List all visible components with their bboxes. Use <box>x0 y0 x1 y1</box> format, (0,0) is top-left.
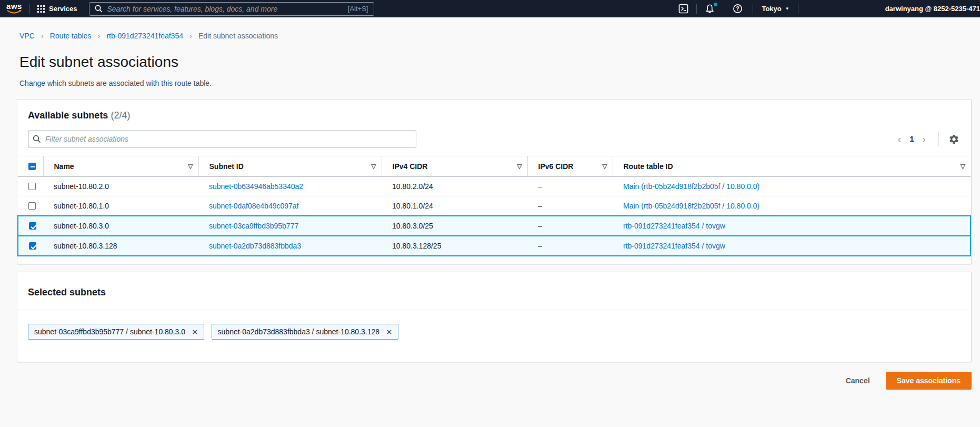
subnet-id-link[interactable]: subnet-0a2db73d883fbbda3 <box>209 242 301 250</box>
row-checkbox[interactable] <box>29 222 36 230</box>
main-content: Edit subnet associations Change which su… <box>0 54 980 400</box>
cloudshell-button[interactable] <box>674 4 693 14</box>
select-all-checkbox[interactable] <box>28 163 36 170</box>
available-subnets-count: (2/4) <box>111 110 130 121</box>
table-row: subnet-10.80.2.0 subnet-0b634946ab53340a… <box>18 177 971 196</box>
available-subnets-title-text: Available subnets <box>28 110 108 121</box>
available-subnets-panel: Available subnets (2/4) ‹ 1 › <box>17 99 972 264</box>
cell-name: subnet-10.80.2.0 <box>43 177 198 196</box>
cell-ipv6-cidr: – <box>527 196 613 216</box>
search-shortcut: [Alt+S] <box>348 5 368 13</box>
cell-ipv4-cidr: 10.80.3.128/25 <box>382 236 527 256</box>
subnet-token: subnet-03ca9ffbd3b95b777 / subnet-10.80.… <box>28 324 204 340</box>
column-filter-icon[interactable]: ▽ <box>956 163 965 170</box>
search-icon <box>95 5 103 13</box>
row-checkbox[interactable] <box>28 183 36 190</box>
cell-ipv6-cidr: – <box>527 216 613 236</box>
page-title: Edit subnet associations <box>19 54 972 71</box>
table-row-selected: subnet-10.80.3.128 subnet-0a2db73d883fbb… <box>18 236 971 256</box>
row-checkbox[interactable] <box>28 202 36 210</box>
subnets-table: Name ▽ Subnet ID ▽ IPv4 CIDR ▽ IPv6 CIDR… <box>17 156 971 256</box>
global-search[interactable]: [Alt+S] <box>89 2 374 16</box>
column-header-route-table-id: Route table ID <box>624 162 673 171</box>
cell-ipv6-cidr: – <box>527 236 613 256</box>
aws-logo[interactable]: aws <box>6 3 22 14</box>
route-table-link[interactable]: Main (rtb-05b24d918f2b2b05f / 10.80.0.0) <box>623 182 759 191</box>
pagination: ‹ 1 › <box>893 132 961 146</box>
help-icon: ? <box>733 4 743 14</box>
cloudshell-terminal-icon <box>678 4 688 14</box>
breadcrumb-link-vpc[interactable]: VPC <box>19 32 35 40</box>
subnet-id-link[interactable]: subnet-0daf08e4b49c097af <box>209 202 298 210</box>
available-subnets-title: Available subnets (2/4) <box>28 110 961 121</box>
remove-token-button[interactable]: ✕ <box>192 328 198 336</box>
cell-name: subnet-10.80.1.0 <box>43 196 198 216</box>
nav-divider <box>696 4 697 14</box>
table-row: subnet-10.80.1.0 subnet-0daf08e4b49c097a… <box>18 196 971 216</box>
nav-divider <box>753 4 753 14</box>
column-header-subnet-id: Subnet ID <box>209 162 244 171</box>
breadcrumb-link-route-table-id[interactable]: rtb-091d273241feaf354 <box>106 32 183 40</box>
cell-ipv4-cidr: 10.80.2.0/24 <box>382 177 527 196</box>
selected-subnet-tokens: subnet-03ca9ffbd3b95b777 / subnet-10.80.… <box>28 324 961 340</box>
save-associations-button[interactable]: Save associations <box>886 372 972 390</box>
subnet-id-link[interactable]: subnet-03ca9ffbd3b95b777 <box>209 222 298 230</box>
table-row-selected: subnet-10.80.3.0 subnet-03ca9ffbd3b95b77… <box>18 216 971 236</box>
aws-smile-icon <box>6 9 22 14</box>
route-table-link[interactable]: rtb-091d273241feaf354 / tovgw <box>623 222 725 230</box>
table-toolbar: ‹ 1 › <box>28 131 961 147</box>
route-table-link[interactable]: rtb-091d273241feaf354 / tovgw <box>623 242 725 250</box>
cancel-button[interactable]: Cancel <box>846 376 870 385</box>
breadcrumb: VPC › Route tables › rtb-091d273241feaf3… <box>0 17 980 40</box>
global-search-input[interactable] <box>107 5 348 13</box>
route-table-link[interactable]: Main (rtb-05b24d918f2b2b05f / 10.80.0.0) <box>623 202 759 210</box>
subnet-id-link[interactable]: subnet-0b634946ab53340a2 <box>209 182 303 191</box>
cell-ipv6-cidr: – <box>527 177 613 196</box>
account-menu-button[interactable]: darwinyang @ 8252-5235-471 <box>804 5 980 13</box>
current-page-number[interactable]: 1 <box>907 135 917 143</box>
topnav-utilities: ? Tokyo ▼ darwinyang @ 8252-5235-471 <box>674 4 980 14</box>
filter-input-wrapper[interactable] <box>28 131 416 147</box>
toolbar-divider <box>938 132 939 146</box>
row-checkbox[interactable] <box>29 242 36 250</box>
aws-logo-text: aws <box>6 3 22 9</box>
column-filter-icon[interactable]: ▽ <box>598 163 607 170</box>
breadcrumb-separator-icon: › <box>41 31 44 40</box>
cell-ipv4-cidr: 10.80.3.0/25 <box>382 216 527 236</box>
panel-divider <box>17 310 971 310</box>
services-grid-icon <box>37 5 45 13</box>
selected-subnets-panel: Selected subnets subnet-03ca9ffbd3b95b77… <box>17 272 972 362</box>
nav-divider <box>29 4 30 14</box>
breadcrumb-link-route-tables[interactable]: Route tables <box>50 32 92 40</box>
notifications-button[interactable] <box>700 4 719 14</box>
column-filter-icon[interactable]: ▽ <box>184 163 193 170</box>
subnet-token-label: subnet-03ca9ffbd3b95b777 / subnet-10.80.… <box>34 327 185 336</box>
services-menu-button[interactable]: Services <box>37 5 77 13</box>
column-filter-icon[interactable]: ▽ <box>513 163 522 170</box>
region-selector[interactable]: Tokyo ▼ <box>758 5 792 13</box>
next-page-button[interactable]: › <box>917 134 931 144</box>
top-navigation: aws Services [Alt+S] <box>0 0 980 17</box>
column-filter-icon[interactable]: ▽ <box>367 163 376 170</box>
subnet-token: subnet-0a2db73d883fbbda3 / subnet-10.80.… <box>212 324 398 340</box>
selected-subnets-title: Selected subnets <box>28 287 961 298</box>
column-header-ipv6-cidr: IPv6 CIDR <box>538 162 574 171</box>
help-button[interactable]: ? <box>728 4 747 14</box>
previous-page-button[interactable]: ‹ <box>893 134 907 144</box>
services-label: Services <box>49 5 77 13</box>
page-description: Change which subnets are associated with… <box>19 79 972 87</box>
remove-token-button[interactable]: ✕ <box>386 328 393 336</box>
svg-text:?: ? <box>736 5 739 12</box>
table-settings-button[interactable] <box>947 133 961 146</box>
subnet-token-label: subnet-0a2db73d883fbbda3 / subnet-10.80.… <box>218 327 380 336</box>
cell-name: subnet-10.80.3.128 <box>43 236 198 256</box>
breadcrumb-separator-icon: › <box>97 31 100 40</box>
region-label: Tokyo <box>762 5 781 13</box>
table-header-row: Name ▽ Subnet ID ▽ IPv4 CIDR ▽ IPv6 CIDR… <box>18 156 971 177</box>
filter-input[interactable] <box>45 135 412 143</box>
column-header-name: Name <box>54 162 74 171</box>
cell-ipv4-cidr: 10.80.1.0/24 <box>382 196 527 216</box>
notification-dot <box>714 3 717 6</box>
column-header-ipv4-cidr: IPv4 CIDR <box>393 162 428 171</box>
nav-divider <box>798 4 798 14</box>
